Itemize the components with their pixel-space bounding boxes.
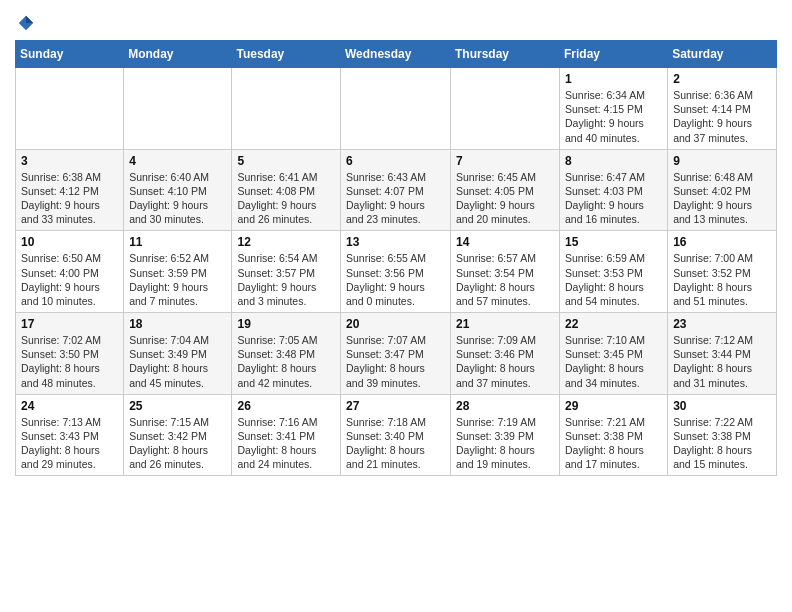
day-info: Sunrise: 6:52 AM Sunset: 3:59 PM Dayligh… [129, 251, 226, 308]
day-number: 5 [237, 154, 335, 168]
day-info: Sunrise: 6:45 AM Sunset: 4:05 PM Dayligh… [456, 170, 554, 227]
day-info: Sunrise: 7:15 AM Sunset: 3:42 PM Dayligh… [129, 415, 226, 472]
calendar-week-row: 10Sunrise: 6:50 AM Sunset: 4:00 PM Dayli… [16, 231, 777, 313]
day-info: Sunrise: 6:54 AM Sunset: 3:57 PM Dayligh… [237, 251, 335, 308]
day-number: 28 [456, 399, 554, 413]
day-info: Sunrise: 7:18 AM Sunset: 3:40 PM Dayligh… [346, 415, 445, 472]
weekday-header: Thursday [451, 41, 560, 68]
day-number: 11 [129, 235, 226, 249]
day-info: Sunrise: 6:55 AM Sunset: 3:56 PM Dayligh… [346, 251, 445, 308]
calendar-cell: 30Sunrise: 7:22 AM Sunset: 3:38 PM Dayli… [668, 394, 777, 476]
day-number: 14 [456, 235, 554, 249]
weekday-header: Saturday [668, 41, 777, 68]
weekday-header: Tuesday [232, 41, 341, 68]
day-number: 27 [346, 399, 445, 413]
calendar-cell [124, 68, 232, 150]
weekday-header: Sunday [16, 41, 124, 68]
header [15, 10, 777, 32]
day-number: 21 [456, 317, 554, 331]
day-info: Sunrise: 6:36 AM Sunset: 4:14 PM Dayligh… [673, 88, 771, 145]
calendar-cell: 3Sunrise: 6:38 AM Sunset: 4:12 PM Daylig… [16, 149, 124, 231]
calendar-cell: 18Sunrise: 7:04 AM Sunset: 3:49 PM Dayli… [124, 313, 232, 395]
day-info: Sunrise: 6:38 AM Sunset: 4:12 PM Dayligh… [21, 170, 118, 227]
calendar-cell: 21Sunrise: 7:09 AM Sunset: 3:46 PM Dayli… [451, 313, 560, 395]
day-info: Sunrise: 7:05 AM Sunset: 3:48 PM Dayligh… [237, 333, 335, 390]
day-number: 12 [237, 235, 335, 249]
calendar-cell: 10Sunrise: 6:50 AM Sunset: 4:00 PM Dayli… [16, 231, 124, 313]
calendar-cell: 9Sunrise: 6:48 AM Sunset: 4:02 PM Daylig… [668, 149, 777, 231]
day-number: 22 [565, 317, 662, 331]
calendar-week-row: 1Sunrise: 6:34 AM Sunset: 4:15 PM Daylig… [16, 68, 777, 150]
day-number: 1 [565, 72, 662, 86]
calendar-week-row: 24Sunrise: 7:13 AM Sunset: 3:43 PM Dayli… [16, 394, 777, 476]
day-info: Sunrise: 6:34 AM Sunset: 4:15 PM Dayligh… [565, 88, 662, 145]
day-number: 20 [346, 317, 445, 331]
day-number: 10 [21, 235, 118, 249]
day-info: Sunrise: 7:04 AM Sunset: 3:49 PM Dayligh… [129, 333, 226, 390]
day-number: 4 [129, 154, 226, 168]
calendar-cell: 14Sunrise: 6:57 AM Sunset: 3:54 PM Dayli… [451, 231, 560, 313]
day-info: Sunrise: 7:09 AM Sunset: 3:46 PM Dayligh… [456, 333, 554, 390]
calendar-cell: 23Sunrise: 7:12 AM Sunset: 3:44 PM Dayli… [668, 313, 777, 395]
day-info: Sunrise: 7:02 AM Sunset: 3:50 PM Dayligh… [21, 333, 118, 390]
calendar-cell: 5Sunrise: 6:41 AM Sunset: 4:08 PM Daylig… [232, 149, 341, 231]
calendar-cell: 11Sunrise: 6:52 AM Sunset: 3:59 PM Dayli… [124, 231, 232, 313]
weekday-header: Friday [560, 41, 668, 68]
calendar-cell: 27Sunrise: 7:18 AM Sunset: 3:40 PM Dayli… [341, 394, 451, 476]
calendar-cell: 7Sunrise: 6:45 AM Sunset: 4:05 PM Daylig… [451, 149, 560, 231]
calendar-header-row: SundayMondayTuesdayWednesdayThursdayFrid… [16, 41, 777, 68]
calendar-cell: 8Sunrise: 6:47 AM Sunset: 4:03 PM Daylig… [560, 149, 668, 231]
calendar-cell [16, 68, 124, 150]
day-info: Sunrise: 7:22 AM Sunset: 3:38 PM Dayligh… [673, 415, 771, 472]
calendar-cell [341, 68, 451, 150]
calendar-cell: 16Sunrise: 7:00 AM Sunset: 3:52 PM Dayli… [668, 231, 777, 313]
calendar-cell: 4Sunrise: 6:40 AM Sunset: 4:10 PM Daylig… [124, 149, 232, 231]
day-number: 8 [565, 154, 662, 168]
calendar-week-row: 3Sunrise: 6:38 AM Sunset: 4:12 PM Daylig… [16, 149, 777, 231]
day-number: 7 [456, 154, 554, 168]
logo [15, 10, 35, 32]
day-info: Sunrise: 7:13 AM Sunset: 3:43 PM Dayligh… [21, 415, 118, 472]
day-info: Sunrise: 7:10 AM Sunset: 3:45 PM Dayligh… [565, 333, 662, 390]
day-number: 29 [565, 399, 662, 413]
day-info: Sunrise: 6:41 AM Sunset: 4:08 PM Dayligh… [237, 170, 335, 227]
calendar-cell: 17Sunrise: 7:02 AM Sunset: 3:50 PM Dayli… [16, 313, 124, 395]
day-number: 13 [346, 235, 445, 249]
day-number: 15 [565, 235, 662, 249]
day-number: 6 [346, 154, 445, 168]
svg-marker-1 [26, 16, 33, 23]
day-number: 3 [21, 154, 118, 168]
day-info: Sunrise: 6:57 AM Sunset: 3:54 PM Dayligh… [456, 251, 554, 308]
day-info: Sunrise: 6:47 AM Sunset: 4:03 PM Dayligh… [565, 170, 662, 227]
calendar-cell [232, 68, 341, 150]
day-info: Sunrise: 7:07 AM Sunset: 3:47 PM Dayligh… [346, 333, 445, 390]
day-info: Sunrise: 7:19 AM Sunset: 3:39 PM Dayligh… [456, 415, 554, 472]
day-info: Sunrise: 6:59 AM Sunset: 3:53 PM Dayligh… [565, 251, 662, 308]
calendar-cell: 12Sunrise: 6:54 AM Sunset: 3:57 PM Dayli… [232, 231, 341, 313]
calendar-cell: 6Sunrise: 6:43 AM Sunset: 4:07 PM Daylig… [341, 149, 451, 231]
day-info: Sunrise: 6:48 AM Sunset: 4:02 PM Dayligh… [673, 170, 771, 227]
calendar-cell: 28Sunrise: 7:19 AM Sunset: 3:39 PM Dayli… [451, 394, 560, 476]
calendar-cell: 24Sunrise: 7:13 AM Sunset: 3:43 PM Dayli… [16, 394, 124, 476]
calendar-cell: 19Sunrise: 7:05 AM Sunset: 3:48 PM Dayli… [232, 313, 341, 395]
day-number: 9 [673, 154, 771, 168]
calendar-cell: 2Sunrise: 6:36 AM Sunset: 4:14 PM Daylig… [668, 68, 777, 150]
day-info: Sunrise: 7:21 AM Sunset: 3:38 PM Dayligh… [565, 415, 662, 472]
day-number: 25 [129, 399, 226, 413]
calendar-cell: 20Sunrise: 7:07 AM Sunset: 3:47 PM Dayli… [341, 313, 451, 395]
day-info: Sunrise: 7:12 AM Sunset: 3:44 PM Dayligh… [673, 333, 771, 390]
day-number: 23 [673, 317, 771, 331]
day-info: Sunrise: 7:00 AM Sunset: 3:52 PM Dayligh… [673, 251, 771, 308]
day-number: 18 [129, 317, 226, 331]
day-info: Sunrise: 7:16 AM Sunset: 3:41 PM Dayligh… [237, 415, 335, 472]
day-number: 17 [21, 317, 118, 331]
weekday-header: Wednesday [341, 41, 451, 68]
weekday-header: Monday [124, 41, 232, 68]
calendar-cell: 13Sunrise: 6:55 AM Sunset: 3:56 PM Dayli… [341, 231, 451, 313]
day-info: Sunrise: 6:40 AM Sunset: 4:10 PM Dayligh… [129, 170, 226, 227]
day-number: 24 [21, 399, 118, 413]
day-number: 2 [673, 72, 771, 86]
day-number: 19 [237, 317, 335, 331]
calendar-cell [451, 68, 560, 150]
logo-icon [17, 14, 35, 32]
